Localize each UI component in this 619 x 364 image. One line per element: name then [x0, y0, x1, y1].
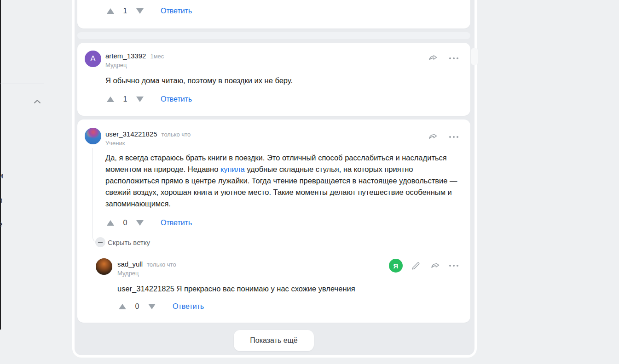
hide-branch-label[interactable]: Скрыть ветку [108, 239, 150, 246]
more-options-icon[interactable] [449, 57, 458, 59]
left-edge-line [0, 0, 1, 330]
show-more-button[interactable]: Показать ещё [234, 330, 314, 351]
user-rank: Ученик [105, 140, 125, 147]
reply-button[interactable]: Ответить [161, 7, 192, 15]
timestamp: 1мес [150, 53, 164, 60]
timestamp: только что [147, 261, 176, 268]
upvote-icon[interactable] [107, 220, 114, 226]
thread-line [93, 148, 93, 235]
avatar[interactable]: A [85, 51, 101, 67]
comment-text: Я обычно дома читаю, поэтому в поездки и… [105, 75, 460, 86]
user-rank: Мудрец [105, 62, 127, 68]
vote-row: 0 Ответить [107, 218, 192, 228]
downvote-icon[interactable] [136, 97, 144, 102]
more-options-icon[interactable] [449, 136, 458, 138]
vote-count: 0 [123, 219, 127, 227]
upvote-icon[interactable] [119, 304, 126, 309]
reply-button[interactable]: Ответить [161, 95, 192, 103]
cutoff-text-fragment: и [0, 196, 2, 205]
username[interactable]: sad_yull [117, 260, 143, 268]
more-options-icon[interactable] [449, 265, 458, 267]
username[interactable]: artem_13392 [105, 52, 146, 60]
share-icon[interactable] [427, 53, 439, 63]
timestamp: только что [162, 131, 191, 138]
own-comment-badge: Я [389, 259, 403, 273]
vote-count: 1 [123, 95, 127, 103]
downvote-icon[interactable] [136, 220, 144, 226]
upvote-icon[interactable] [107, 8, 114, 14]
minus-icon [98, 242, 103, 243]
comment-card: user_314221825 только что Ученик Да, я в… [77, 119, 470, 323]
user-rank: Мудрец [117, 270, 139, 277]
reply-text: user_314221825 Я прекрасно вас понимаю у… [117, 283, 458, 295]
collapsed-comment-strip [77, 32, 470, 39]
reply-button[interactable]: Ответить [161, 219, 192, 227]
comment-text: Да, я всегда стараюсь брать книги в поез… [105, 152, 459, 210]
downvote-icon[interactable] [136, 8, 144, 14]
left-divider [0, 84, 44, 84]
comment-card: A artem_13392 1мес Мудрец Я обычно дома … [77, 43, 470, 116]
comment-card-partial: 1 Ответить [77, 0, 470, 28]
reply-button[interactable]: Ответить [173, 302, 204, 311]
avatar[interactable] [85, 128, 101, 144]
vote-row: 1 Ответить [107, 6, 192, 16]
downvote-icon[interactable] [148, 304, 156, 309]
collapse-branch-button[interactable] [95, 237, 105, 247]
vote-row: 1 Ответить [107, 95, 192, 104]
share-icon[interactable] [429, 261, 441, 271]
chevron-up-icon[interactable] [31, 96, 43, 108]
username[interactable]: user_314221825 [105, 130, 157, 138]
cutoff-text-fragment: м [0, 172, 3, 180]
inline-link[interactable]: купила [220, 165, 245, 173]
upvote-icon[interactable] [107, 97, 114, 102]
cutoff-text-fragment: е [0, 220, 2, 228]
avatar[interactable] [96, 258, 112, 275]
vote-row: 0 Ответить [119, 302, 204, 311]
vote-count: 0 [135, 302, 139, 311]
vote-count: 1 [123, 7, 127, 15]
edit-icon[interactable] [411, 261, 421, 271]
cutoff-floating-element [471, 48, 478, 65]
avatar-letter: A [90, 54, 95, 63]
share-icon[interactable] [427, 131, 439, 142]
